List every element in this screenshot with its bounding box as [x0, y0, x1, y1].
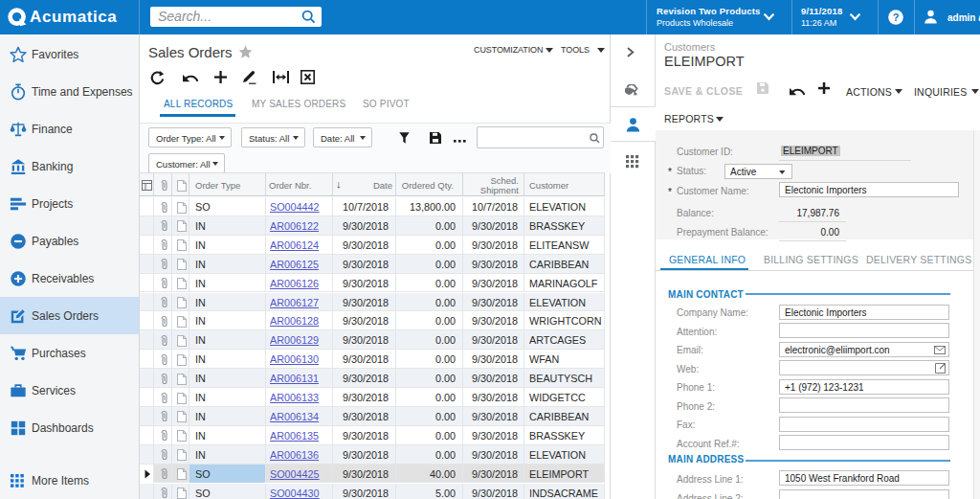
svg-text:?: ?: [893, 11, 900, 23]
